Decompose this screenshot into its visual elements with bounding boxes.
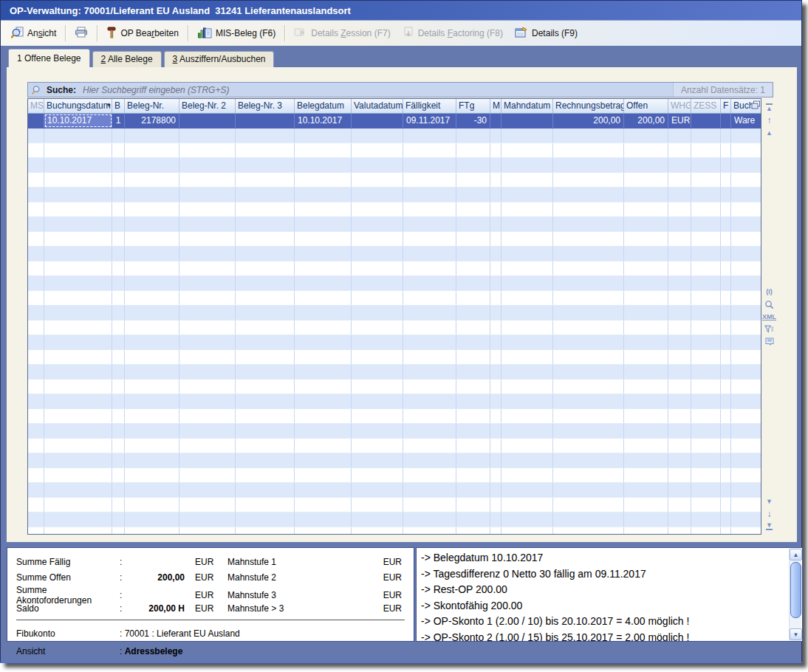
empty-cell xyxy=(112,335,125,349)
column-header-whg[interactable]: WHG xyxy=(668,99,691,113)
scroll-page-up-icon[interactable]: ↑ xyxy=(762,114,776,126)
search-bar[interactable]: Suche: Hier Suchbegriff eingeben (STRG+S… xyxy=(27,82,773,97)
empty-cell xyxy=(731,335,761,349)
empty-cell xyxy=(352,128,403,143)
column-header-beleg-nr-2[interactable]: Beleg-Nr. 2 xyxy=(179,99,236,113)
column-header-ftg[interactable]: FTg xyxy=(456,99,490,113)
scrollbar-thumb[interactable] xyxy=(790,562,801,618)
cell[interactable] xyxy=(28,114,44,128)
empty-cell xyxy=(501,306,553,320)
scrollbar-up-icon[interactable]: ▲ xyxy=(790,549,802,560)
print-button[interactable] xyxy=(69,23,94,44)
empty-cell xyxy=(731,350,761,364)
empty-cell xyxy=(721,247,731,261)
empty-cell xyxy=(28,320,44,335)
empty-cell xyxy=(553,173,624,187)
empty-cell xyxy=(236,453,295,467)
column-header-buchungsdatum[interactable]: Buchungsdatum▼ xyxy=(44,99,112,113)
tab-3[interactable]: 3 Ausziffern/Ausbuchen xyxy=(164,51,275,67)
copy-window-icon[interactable] xyxy=(751,100,761,112)
empty-cell xyxy=(125,276,179,290)
memo-copy-icon[interactable] xyxy=(762,336,776,349)
tab-1[interactable]: 1 Offene Belege xyxy=(8,49,90,67)
cell[interactable]: 10.10.2017 xyxy=(295,114,352,128)
cell[interactable] xyxy=(721,114,731,128)
column-header-ms[interactable]: MS xyxy=(28,99,44,113)
ansicht-value: : Adressbelege xyxy=(120,646,405,656)
empty-cell xyxy=(490,217,501,231)
cell[interactable]: 09.11.2017 xyxy=(403,114,456,128)
column-header-beleg-nr-3[interactable]: Beleg-Nr. 3 xyxy=(236,99,295,113)
scroll-to-bottom-icon[interactable]: ▼ xyxy=(762,520,776,532)
scroll-up-icon[interactable]: ▲ xyxy=(762,126,776,139)
scroll-to-top-icon[interactable]: ▲ xyxy=(762,101,776,114)
ansicht-button[interactable]: Ansicht xyxy=(5,23,62,44)
column-header-m[interactable]: M xyxy=(490,99,501,113)
cell[interactable]: 10.10.2017 xyxy=(44,114,112,128)
empty-cell xyxy=(490,306,501,320)
empty-cell xyxy=(295,409,352,423)
column-header-f[interactable]: F xyxy=(721,99,731,113)
column-header-label: M xyxy=(493,100,500,111)
cell[interactable] xyxy=(501,114,553,128)
table-row-selected[interactable]: 10.10.20171217880010.10.201709.11.2017-3… xyxy=(28,114,761,128)
cell[interactable] xyxy=(236,114,295,128)
empty-cell xyxy=(624,232,668,246)
cell[interactable]: -30 xyxy=(456,114,490,128)
scroll-down-icon[interactable]: ▼ xyxy=(762,495,776,507)
column-brackets-icon[interactable]: (I) xyxy=(762,286,776,298)
cell[interactable]: 2178800 xyxy=(125,114,179,128)
filter-icon[interactable] xyxy=(762,323,776,336)
scrollbar-down-icon[interactable]: ▼ xyxy=(790,628,802,640)
column-header-beleg-nr-[interactable]: Beleg-Nr. xyxy=(125,99,179,113)
zoom-search-icon[interactable] xyxy=(762,298,776,311)
empty-cell xyxy=(624,276,668,290)
cell[interactable] xyxy=(352,114,403,128)
empty-cell xyxy=(553,128,624,143)
table-empty-row xyxy=(28,128,761,143)
details-line: -> Skontofähig 200.00 xyxy=(421,598,784,614)
tab-2[interactable]: 2 Alle Belege xyxy=(92,51,162,67)
empty-cell xyxy=(501,247,553,261)
column-header-offen[interactable]: Offen xyxy=(624,99,668,113)
mis-beleg-button[interactable]: MIS-Beleg (F6) xyxy=(191,23,281,44)
cell[interactable] xyxy=(490,114,501,128)
column-header-belegdatum[interactable]: Belegdatum xyxy=(295,99,352,113)
column-header-buch[interactable]: Buch xyxy=(731,99,761,113)
cell[interactable]: 200,00 xyxy=(624,114,668,128)
empty-cell xyxy=(403,320,456,335)
empty-cell xyxy=(236,409,295,423)
cell[interactable] xyxy=(691,114,721,128)
cell[interactable]: Ware xyxy=(731,114,761,128)
column-header-label: Offen xyxy=(626,100,648,111)
empty-cell xyxy=(125,527,179,535)
search-icon xyxy=(32,85,42,95)
empty-cell xyxy=(721,188,731,202)
cell[interactable]: 200,00 xyxy=(553,114,624,128)
column-header-rechnungsbetrag[interactable]: Rechnungsbetrag xyxy=(553,99,624,113)
empty-cell xyxy=(112,365,125,379)
empty-cell xyxy=(456,247,490,261)
empty-cell xyxy=(295,424,352,438)
search-input-placeholder[interactable]: Hier Suchbegriff eingeben (STRG+S) xyxy=(83,85,229,95)
empty-cell xyxy=(28,512,44,527)
empty-cell xyxy=(44,439,112,453)
details-scrollbar[interactable]: ▲ ▼ xyxy=(789,549,801,640)
column-header-f-lligkeit[interactable]: Fälligkeit xyxy=(403,99,456,113)
empty-cell xyxy=(236,291,295,305)
column-header-mahndatum[interactable]: Mahndatum xyxy=(501,99,553,113)
column-header-valutadatum[interactable]: Valutadatum xyxy=(352,99,403,113)
empty-cell xyxy=(553,365,624,379)
empty-cell xyxy=(553,498,624,512)
cell[interactable]: EUR xyxy=(668,114,691,128)
column-header-zess[interactable]: ZESS xyxy=(691,99,721,113)
empty-cell xyxy=(731,424,761,438)
cell[interactable] xyxy=(179,114,236,128)
op-bearbeiten-button[interactable]: OP Bearbeiten xyxy=(100,23,185,44)
cell[interactable]: 1 xyxy=(112,114,125,128)
column-header-b[interactable]: B xyxy=(112,99,125,113)
scroll-page-down-icon[interactable]: ↓ xyxy=(762,507,776,520)
xml-export-icon[interactable]: XML xyxy=(762,311,776,323)
details-button[interactable]: Details (F9) xyxy=(509,23,583,44)
table-header-row: MSBuchungsdatum▼BBeleg-Nr.Beleg-Nr. 2Bel… xyxy=(28,99,761,114)
